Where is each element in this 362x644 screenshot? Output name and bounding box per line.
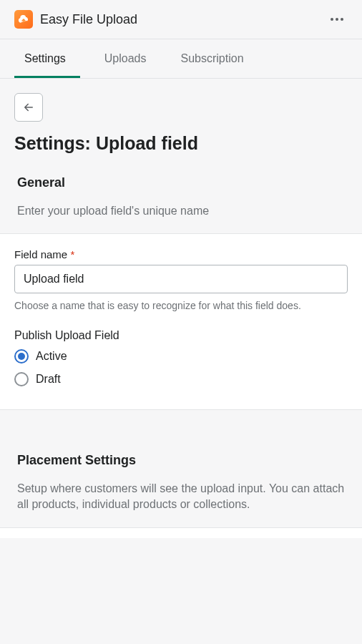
tab-uploads[interactable]: Uploads [87,39,164,78]
required-indicator: * [70,248,74,260]
cloud-upload-icon [18,14,29,25]
page-content: Settings: Upload field General Enter you… [0,79,362,552]
radio-active[interactable]: Active [14,349,348,364]
placement-card [0,527,362,538]
field-name-label: Field name * [14,248,348,260]
tab-label: Settings [24,52,66,64]
radio-draft[interactable]: Draft [14,372,348,386]
placement-subtext: Setup where customers will see the uploa… [17,481,345,513]
header-left: Easy File Upload [14,10,137,29]
page-title: Settings: Upload field [14,133,348,154]
publish-label: Publish Upload Field [14,329,348,342]
tab-subscription[interactable]: Subscription [164,39,261,78]
more-options-button[interactable] [326,14,348,25]
tab-label: Subscription [181,52,244,64]
radio-label: Draft [36,373,61,386]
section-gap [14,410,348,453]
back-button[interactable] [14,93,43,122]
field-name-help: Choose a name that is easy to recognize … [14,299,348,313]
field-name-label-text: Field name [14,248,67,260]
app-icon [14,10,33,29]
general-subtext: Enter your upload field's unique name [14,203,348,219]
tabs-nav: Settings Uploads Subscription [0,39,362,79]
placement-section: Placement Settings Setup where customers… [14,453,348,513]
field-name-input[interactable] [14,265,348,293]
general-card: Field name * Choose a name that is easy … [0,233,362,410]
arrow-left-icon [22,101,35,114]
radio-circle-icon [14,372,29,386]
radio-label: Active [36,350,67,363]
publish-radio-group: Publish Upload Field Active Draft [14,329,348,386]
app-header: Easy File Upload [0,0,362,39]
placement-heading: Placement Settings [17,453,345,468]
tab-settings[interactable]: Settings [14,39,87,78]
app-title: Easy File Upload [40,12,137,27]
tab-label: Uploads [104,52,147,64]
radio-circle-icon [14,349,29,364]
general-heading: General [14,175,348,190]
